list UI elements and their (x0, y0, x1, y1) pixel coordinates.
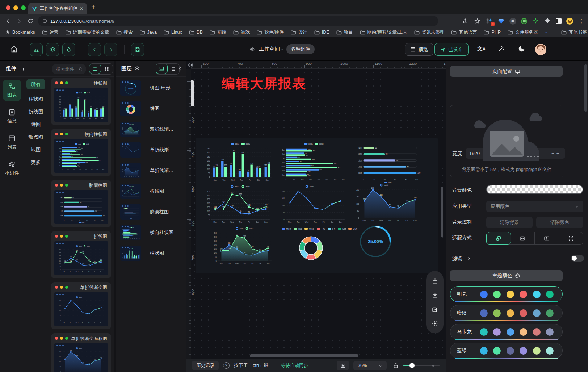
panel-drag-handle[interactable] (191, 80, 194, 106)
dashboard-chart-line-gradient[interactable]: data1050100150200MonTueWedThuFriSatSun (277, 183, 348, 226)
import-button[interactable] (429, 289, 441, 301)
fit-height-button[interactable] (535, 232, 559, 244)
sidebar-nav-info[interactable]: 信息 (3, 106, 21, 127)
layer-item[interactable]: data1data2050100150200250300350120130200… (116, 244, 186, 262)
help-icon[interactable]: ? (223, 362, 230, 369)
zoom-slider-knob[interactable] (410, 363, 415, 368)
bookmark-folder[interactable]: Linux (164, 30, 182, 35)
bookmark-folder[interactable]: DB (189, 30, 203, 35)
share-icon[interactable] (462, 17, 469, 25)
canvas-text-element[interactable]: 编辑大屏报表 (222, 75, 306, 93)
component-card[interactable]: 单折线渐变图data1050100150200MonTueWedThuFriSa… (51, 282, 111, 329)
bookmark-folder[interactable]: 文件服务器 (508, 29, 538, 35)
bookmark-folder[interactable]: 其他语言 (451, 29, 477, 35)
category-更多[interactable]: 更多 (24, 159, 48, 166)
browser-tab[interactable]: 工作空间-各种组件 ✕ (28, 3, 87, 14)
dashboard-chart-progress-ring[interactable]: 25.00% (358, 224, 393, 259)
save-button[interactable] (131, 43, 144, 56)
history-button[interactable]: 历史记录 (192, 361, 219, 370)
browser-menu-icon[interactable]: ⋮ (578, 17, 585, 25)
bookmark-folder[interactable]: 设计 (291, 29, 307, 35)
zoom-select[interactable]: 36% (353, 361, 387, 370)
bookmarks-overflow[interactable]: » (545, 30, 547, 35)
detail-panel-toggle-button[interactable] (62, 43, 75, 56)
undo-button[interactable] (88, 43, 101, 56)
bookmark-folder[interactable]: 游戏 (233, 29, 250, 35)
category-地图[interactable]: 地图 (24, 147, 48, 153)
bookmark-folder[interactable]: 网站/博客/文章/工具 (360, 29, 407, 35)
new-tab-button[interactable]: + (91, 3, 96, 11)
component-card[interactable]: 胶囊柱图厦门20南阳40北京60上海80新疆100020406080100dat… (51, 180, 111, 227)
green-dot-extension-icon[interactable] (521, 18, 527, 24)
layer-item[interactable]: data1data2050100150200250300350120200150… (116, 182, 186, 200)
filter-expand-icon[interactable] (467, 256, 471, 260)
filter-toggle[interactable] (571, 255, 584, 262)
fit-width-button[interactable] (511, 232, 535, 244)
background-upload-dropzone[interactable]: 背景图需小于 5M，格式为 png/jpg/gif 的文件 (450, 105, 563, 177)
theme-row-蓝绿[interactable]: 蓝绿 (450, 343, 563, 359)
layers-thumbnail-toggle[interactable] (156, 63, 168, 74)
reader-mode-icon[interactable] (556, 18, 562, 24)
traffic-zoom-button[interactable] (21, 5, 26, 10)
gem-extension-icon[interactable] (497, 17, 505, 25)
bookmark-folder[interactable]: 运营 (42, 29, 59, 35)
puzzle-extension-icon[interactable] (544, 17, 551, 25)
bookmark-folder[interactable]: 项目 (336, 29, 353, 35)
profile-avatar-icon[interactable] (566, 18, 573, 25)
bookmark-folder[interactable]: PHP (484, 30, 501, 35)
forward-icon[interactable] (16, 18, 22, 24)
preview-button[interactable]: 预览 (405, 43, 433, 56)
collapse-panel-icon[interactable] (178, 66, 183, 71)
url-input[interactable]: 127.0.0.1:3000/#/chart/home/9 (38, 16, 438, 26)
layer-item[interactable]: data10501001502001202001508070110130MonT… (116, 162, 186, 180)
bookmark-folder[interactable]: 近期需要读的文章 (66, 29, 109, 35)
sidebar-nav-tables[interactable]: 列表 (3, 132, 21, 153)
clear-color-button[interactable]: 清除颜色 (536, 217, 583, 228)
traffic-minimize-button[interactable] (13, 5, 18, 10)
horizontal-scrollbar[interactable] (250, 354, 358, 357)
category-折线图[interactable]: 折线图 (24, 109, 48, 115)
bookmark-folder[interactable]: IDE (314, 30, 329, 35)
dark-mode-icon[interactable] (518, 45, 525, 53)
tab-close-icon[interactable]: ✕ (80, 6, 83, 11)
project-name-badge[interactable]: 各种组件 (286, 44, 315, 54)
history-panel-button[interactable] (337, 361, 349, 370)
app-home-icon[interactable] (10, 45, 18, 53)
settings-gear-icon[interactable] (429, 317, 441, 330)
bookmark-folder[interactable]: 软件/硬件 (257, 29, 284, 35)
export-button[interactable] (429, 275, 441, 287)
dashboard-preview[interactable]: data1data2050100150200250300350120130200… (196, 138, 438, 273)
ruler-eye-icon[interactable] (188, 62, 194, 68)
dashboard-chart-capsule[interactable]: 厦门20南阳40北京60上海80新疆100020406080100data1 (351, 141, 423, 184)
dashboard-chart-line-dual[interactable]: data1data2050100150200250300350120200150… (202, 183, 274, 226)
command-extension-icon[interactable]: ⌘ (509, 18, 516, 25)
editor-canvas[interactable]: 6007008009001000110012001300 20030040050… (186, 61, 446, 372)
bookmark-folder[interactable]: Java (140, 30, 157, 35)
bookmark-folder[interactable]: 搜索 (116, 29, 133, 35)
category-饼图[interactable]: 饼图 (24, 121, 48, 128)
layer-item[interactable]: data1050100150200MonTueWedThuFriSatSun单折… (116, 141, 186, 159)
extension-with-badge-icon[interactable]: 9 (486, 17, 493, 25)
layer-item[interactable]: data1data2050100150200250300350120200150… (116, 120, 186, 138)
bookmark-folder[interactable]: 资讯未整理 (414, 29, 445, 35)
theme-row-马卡龙[interactable]: 马卡龙 (450, 324, 563, 340)
bookmark-folder[interactable]: 前端 (210, 29, 226, 35)
dashboard-chart-bar-dual[interactable]: data1data2050100150200250300350120130200… (202, 141, 274, 184)
layer-item[interactable]: 厦门20南阳40北京60上海80新疆100020406080100data1胶囊… (116, 203, 186, 221)
user-avatar[interactable] (535, 44, 546, 55)
component-card[interactable]: 单折线渐变面积图data1050100150200120200150807011… (51, 333, 111, 372)
panel-scrollbar[interactable] (584, 64, 587, 112)
search-input[interactable] (55, 66, 76, 72)
other-bookmarks[interactable]: 其他书签 (561, 29, 587, 35)
star-extension-icon[interactable] (532, 17, 539, 25)
bg-color-swatch[interactable] (486, 185, 583, 194)
sidebar-nav-charts[interactable]: 图表 (3, 80, 21, 101)
clear-background-button[interactable]: 清除背景 (486, 217, 533, 228)
redo-button[interactable] (104, 43, 117, 56)
bookmark-star-icon[interactable] (474, 17, 481, 25)
edit-button[interactable] (429, 303, 441, 315)
zoom-slider[interactable] (403, 365, 440, 366)
dashboard-chart-line-gradient-area[interactable]: data10501001502001202001508070110130MonT… (351, 182, 423, 225)
theme-row-暗淡[interactable]: 暗淡 (450, 305, 563, 321)
traffic-close-button[interactable] (6, 5, 10, 10)
